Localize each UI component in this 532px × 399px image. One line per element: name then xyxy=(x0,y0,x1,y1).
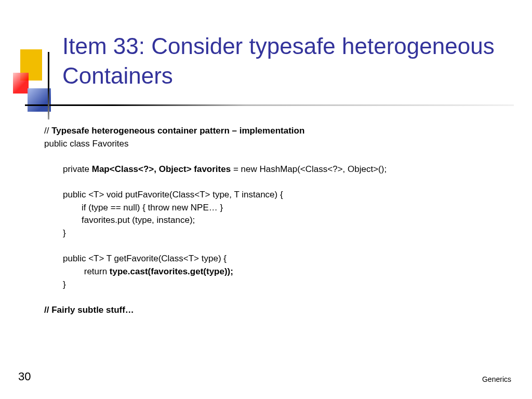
footer-label: Generics xyxy=(482,375,511,383)
code-line: public class Favorites xyxy=(44,138,501,151)
horizontal-rule xyxy=(25,104,514,106)
code-line: Typesafe heterogeneous container pattern… xyxy=(51,126,304,136)
page-number: 30 xyxy=(18,370,31,383)
slide-title: Item 33: Consider typesafe heterogeneous… xyxy=(62,31,501,90)
vertical-rule xyxy=(48,52,49,119)
code-line: public <T> T getFavorite(Class<T> type) … xyxy=(44,252,501,265)
code-line: Map<Class<?>, Object> favorites xyxy=(92,164,231,174)
code-line: public <T> void putFavorite(Class<T> typ… xyxy=(44,189,501,202)
code-line: type.cast(favorites.get(type)); xyxy=(110,267,233,276)
slide-body: // Typesafe heterogeneous container patt… xyxy=(44,125,501,317)
code-line: if (type == null) { throw new NPE… } xyxy=(44,202,501,215)
code-line: // xyxy=(44,126,51,136)
code-line: favorites.put (type, instance); xyxy=(44,214,501,227)
code-line: } xyxy=(44,278,501,291)
code-line: // Fairly subtle stuff… xyxy=(44,304,501,317)
code-line: } xyxy=(44,227,501,240)
slide-decoration xyxy=(13,49,49,107)
code-line: private xyxy=(63,164,92,174)
code-line: = new HashMap(<Class<?>, Object>(); xyxy=(231,164,387,174)
code-line: return xyxy=(82,267,110,276)
